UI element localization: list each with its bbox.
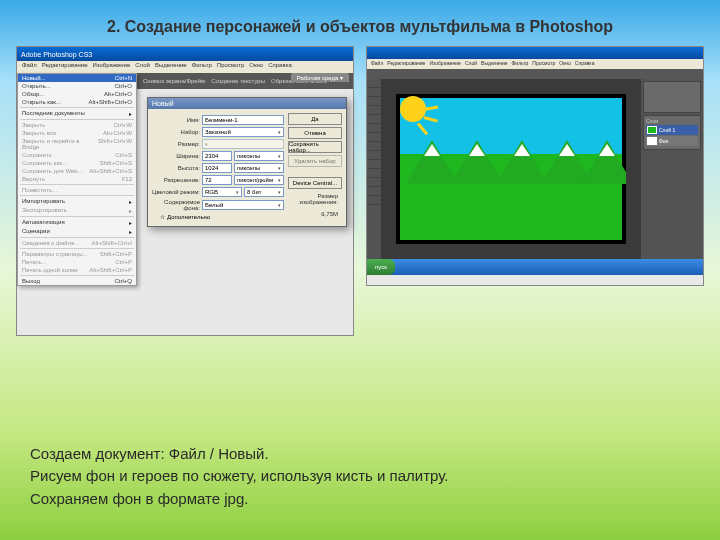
- windows-taskbar[interactable]: пуск: [367, 259, 703, 275]
- tool-hand-icon[interactable]: [367, 187, 381, 196]
- advanced-toggle[interactable]: Дополнительно: [167, 214, 210, 220]
- screenshot-canvas: Файл Редактирование Изображение Слой Выд…: [366, 46, 704, 286]
- s2-menu-select[interactable]: Выделение: [481, 60, 508, 68]
- s2-menu-edit[interactable]: Редактирование: [387, 60, 425, 68]
- bg-label: Содержимое фона:: [152, 199, 200, 211]
- screenshots-row: Adobe Photoshop CS3 Файл Редактирование …: [0, 46, 720, 336]
- opt-b[interactable]: Создание текстуры: [211, 78, 265, 84]
- name-input[interactable]: Безимени-1: [202, 115, 284, 125]
- bg-select[interactable]: Белый: [202, 200, 284, 210]
- cancel-button[interactable]: Отмена: [288, 127, 342, 139]
- menuitem-import[interactable]: Импортировать▸: [18, 197, 136, 206]
- dialog-title: Новый: [148, 98, 346, 109]
- menuitem-place: Поместить...: [18, 186, 136, 194]
- menuitem-file-info: Сведения о файле...Alt+Shift+Ctrl+I: [18, 239, 136, 247]
- menuitem-print-one: Печать одной копииAlt+Shift+Ctrl+P: [18, 266, 136, 274]
- res-unit[interactable]: пиксел/дюйм: [234, 175, 284, 185]
- width-input[interactable]: 2304: [202, 151, 232, 161]
- s2-menu-filter[interactable]: Фильтр: [512, 60, 529, 68]
- depth-select[interactable]: 8 бит: [244, 187, 284, 197]
- canvas[interactable]: [396, 94, 626, 244]
- device-central-button[interactable]: Device Central...: [288, 177, 342, 189]
- height-input[interactable]: 1024: [202, 163, 232, 173]
- tool-lasso-icon[interactable]: [367, 97, 381, 106]
- size-select: [202, 139, 284, 149]
- tool-palette[interactable]: [367, 79, 381, 259]
- menu-image[interactable]: Изображение: [92, 62, 130, 72]
- save-preset-button[interactable]: Сохранить набор...: [288, 141, 342, 153]
- layer-row-bg[interactable]: Фон: [646, 136, 698, 146]
- menuitem-save: СохранитьCtrl+S: [18, 151, 136, 159]
- panels-dock: Слои Слой 1 Фон: [641, 79, 703, 259]
- menu-filter[interactable]: Фильтр: [192, 62, 212, 72]
- new-document-dialog: Новый Имя:Безимени-1 Набор:Заказной Разм…: [147, 97, 347, 227]
- app-title: Adobe Photoshop CS3: [21, 51, 92, 58]
- s2-menu-window[interactable]: Окно: [559, 60, 571, 68]
- s2-menu-file[interactable]: Файл: [371, 60, 383, 68]
- tool-text-icon[interactable]: [367, 169, 381, 178]
- s2-menu-image[interactable]: Изображение: [429, 60, 461, 68]
- menu-select[interactable]: Выделение: [155, 62, 187, 72]
- menu-edit[interactable]: Редактирование: [42, 62, 88, 72]
- tool-brush-icon[interactable]: [367, 133, 381, 142]
- app-titlebar: Adobe Photoshop CS3: [17, 47, 353, 61]
- menuitem-open[interactable]: Открыть...Ctrl+O: [18, 82, 136, 90]
- opt-a[interactable]: Снимок экрана/Фрейм: [143, 78, 205, 84]
- s2-titlebar: [367, 47, 703, 59]
- width-unit[interactable]: пикселы: [234, 151, 284, 161]
- mode-label: Цветовой режим:: [152, 189, 200, 195]
- layers-panel[interactable]: Слои Слой 1 Фон: [643, 115, 701, 150]
- menu-file[interactable]: Файл: [22, 62, 37, 72]
- menuitem-print: Печать...Ctrl+P: [18, 258, 136, 266]
- delete-preset-button: Удалить набор: [288, 155, 342, 167]
- menuitem-automate[interactable]: Автоматизация▸: [18, 218, 136, 227]
- menuitem-browse[interactable]: Обзор...Alt+Ctrl+O: [18, 90, 136, 98]
- width-label: Ширина:: [152, 153, 200, 159]
- menuitem-open-as[interactable]: Открыть как...Alt+Shift+Ctrl+O: [18, 98, 136, 106]
- tool-marquee-icon[interactable]: [367, 88, 381, 97]
- tool-wand-icon[interactable]: [367, 106, 381, 115]
- menuitem-revert: ВернутьF12: [18, 175, 136, 183]
- tool-eraser-icon[interactable]: [367, 151, 381, 160]
- canvas-area: [381, 79, 641, 259]
- menuitem-close-bridge: Закрыть и перейти в BridgeShift+Ctrl+W: [18, 137, 136, 151]
- menuitem-recent[interactable]: Последние документы▸: [18, 109, 136, 118]
- menuitem-page-setup: Параметры страницы...Shift+Ctrl+P: [18, 250, 136, 258]
- menu-help[interactable]: Справка: [268, 62, 292, 72]
- menubar[interactable]: Файл Редактирование Изображение Слой Выд…: [17, 61, 353, 73]
- menuitem-new[interactable]: Новый...Ctrl+N: [18, 74, 136, 82]
- layer-thumb-icon: [647, 137, 657, 145]
- layer-row-1[interactable]: Слой 1: [646, 125, 698, 135]
- menuitem-export: Экспортировать▸: [18, 206, 136, 215]
- res-input[interactable]: 72: [202, 175, 232, 185]
- s2-menu-help[interactable]: Справка: [575, 60, 595, 68]
- navigator-panel[interactable]: [643, 81, 701, 113]
- mode-select[interactable]: RGB: [202, 187, 242, 197]
- res-label: Разрешение:: [152, 177, 200, 183]
- tool-move-icon[interactable]: [367, 79, 381, 88]
- menu-window[interactable]: Окно: [249, 62, 263, 72]
- tool-zoom-icon[interactable]: [367, 196, 381, 205]
- menuitem-scripts[interactable]: Сценарии▸: [18, 227, 136, 236]
- s2-menubar[interactable]: Файл Редактирование Изображение Слой Выд…: [367, 59, 703, 69]
- image-size-caption: Размер изображения:: [288, 191, 342, 207]
- s2-menu-layer[interactable]: Слой: [465, 60, 477, 68]
- start-button[interactable]: пуск: [367, 259, 395, 275]
- height-unit[interactable]: пикселы: [234, 163, 284, 173]
- tool-stamp-icon[interactable]: [367, 142, 381, 151]
- layer-thumb-icon: [647, 126, 657, 134]
- menuitem-exit[interactable]: ВыходCtrl+Q: [18, 277, 136, 285]
- instruction-line-2: Рисуем фон и героев по сюжету, используя…: [30, 465, 690, 488]
- ok-button[interactable]: Да: [288, 113, 342, 125]
- workspace-switcher[interactable]: Рабочая среда ▾: [291, 73, 349, 82]
- s2-menu-view[interactable]: Просмотр: [532, 60, 555, 68]
- menu-layer[interactable]: Слой: [135, 62, 150, 72]
- tool-gradient-icon[interactable]: [367, 160, 381, 169]
- menu-view[interactable]: Просмотр: [217, 62, 244, 72]
- tool-eyedropper-icon[interactable]: [367, 124, 381, 133]
- image-size-value: 6,75М: [288, 209, 342, 219]
- size-label: Размер:: [152, 141, 200, 147]
- tool-crop-icon[interactable]: [367, 115, 381, 124]
- tool-shape-icon[interactable]: [367, 178, 381, 187]
- preset-select[interactable]: Заказной: [202, 127, 284, 137]
